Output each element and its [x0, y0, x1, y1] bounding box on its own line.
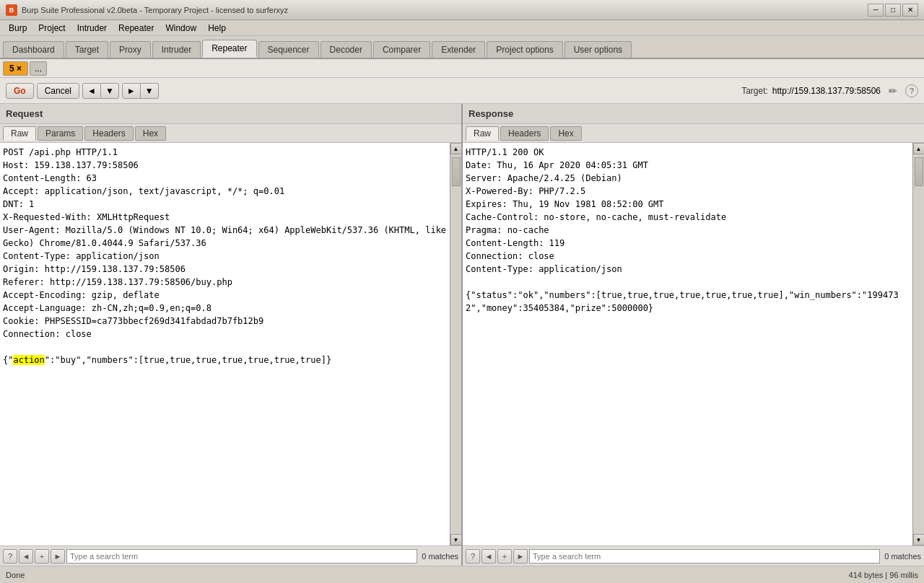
response-tabs: Raw Headers Hex: [463, 124, 924, 143]
request-tab-params[interactable]: Params: [38, 126, 83, 141]
window-controls: ─ □ ✕: [868, 4, 918, 17]
minimize-button[interactable]: ─: [868, 4, 884, 17]
response-search-matches: 0 matches: [884, 552, 921, 561]
maximize-button[interactable]: □: [885, 4, 901, 17]
response-tab-hex[interactable]: Hex: [550, 126, 581, 141]
target-url: http://159.138.137.79:58506: [772, 86, 881, 96]
status-text: Done: [6, 571, 25, 579]
help-target-button[interactable]: ?: [905, 84, 918, 97]
request-text: POST /api.php HTTP/1.1 Host: 159.138.137…: [3, 146, 447, 367]
response-content-area: HTTP/1.1 200 OK Date: Thu, 16 Apr 2020 0…: [463, 143, 924, 545]
nav-back-dropdown[interactable]: ▼: [101, 83, 119, 99]
close-button[interactable]: ✕: [902, 4, 918, 17]
nav-forward-button[interactable]: ►: [122, 83, 141, 99]
menu-help[interactable]: Help: [202, 22, 232, 35]
highlight-action: action: [13, 355, 44, 365]
request-content[interactable]: POST /api.php HTTP/1.1 Host: 159.138.137…: [0, 143, 450, 545]
request-header: Request: [0, 104, 461, 124]
response-search-prev[interactable]: ◄: [481, 549, 496, 564]
request-panel: Request Raw Params Headers Hex POST /api…: [0, 104, 463, 566]
tab-extender[interactable]: Extender: [432, 41, 485, 58]
request-tabs: Raw Params Headers Hex: [0, 124, 461, 143]
response-search-input[interactable]: [529, 549, 880, 564]
menu-intruder[interactable]: Intruder: [71, 22, 113, 35]
request-search-next[interactable]: +: [35, 549, 49, 564]
response-help-icon[interactable]: ?: [466, 549, 480, 564]
request-tab-headers[interactable]: Headers: [84, 126, 133, 141]
response-scroll-up[interactable]: ▲: [913, 143, 925, 154]
tab-repeater[interactable]: Repeater: [202, 40, 256, 58]
go-button[interactable]: Go: [6, 83, 34, 99]
response-search-toggle[interactable]: ►: [513, 549, 528, 564]
nav-forward-dropdown[interactable]: ▼: [141, 83, 159, 99]
response-scroll-thumb[interactable]: [915, 157, 923, 186]
response-search-bar: ? ◄ + ► 0 matches: [463, 545, 924, 566]
status-info: 414 bytes | 96 millis: [849, 571, 918, 579]
tab-project-options[interactable]: Project options: [487, 41, 562, 58]
response-search-next[interactable]: +: [497, 549, 512, 564]
request-search-input[interactable]: [66, 549, 417, 564]
response-panel: Response Raw Headers Hex HTTP/1.1 200 OK…: [463, 104, 924, 566]
tab-target[interactable]: Target: [66, 41, 108, 58]
cancel-button[interactable]: Cancel: [37, 83, 79, 99]
request-title: Request: [6, 108, 43, 119]
toolbar: Go Cancel ◄ ▼ ► ▼ Target: http://159.138…: [0, 78, 924, 104]
target-prefix: Target:: [741, 86, 768, 96]
response-scroll-track[interactable]: [914, 154, 924, 534]
request-search-matches: 0 matches: [422, 552, 458, 561]
edit-target-button[interactable]: ✏: [885, 83, 901, 99]
response-scroll-down[interactable]: ▼: [913, 534, 925, 545]
response-title: Response: [468, 108, 513, 119]
tab-user-options[interactable]: User options: [565, 41, 632, 58]
repeater-tab-5[interactable]: 5 ×: [3, 61, 28, 76]
response-tab-raw[interactable]: Raw: [466, 126, 499, 141]
request-tab-raw[interactable]: Raw: [3, 126, 36, 141]
nav-back-group: ◄ ▼: [82, 83, 119, 99]
tab-intruder[interactable]: Intruder: [152, 41, 201, 58]
response-text: HTTP/1.1 200 OK Date: Thu, 16 Apr 2020 0…: [466, 146, 910, 315]
tab-proxy[interactable]: Proxy: [110, 41, 151, 58]
title-bar: B Burp Suite Professional v2.0beta - Tem…: [0, 0, 924, 20]
request-content-area: POST /api.php HTTP/1.1 Host: 159.138.137…: [0, 143, 461, 545]
nav-back-button[interactable]: ◄: [82, 83, 101, 99]
app-icon: B: [6, 4, 17, 16]
request-help-icon[interactable]: ?: [3, 549, 17, 564]
request-search-toggle[interactable]: ►: [51, 549, 65, 564]
nav-tabs: Dashboard Target Proxy Intruder Repeater…: [0, 36, 924, 59]
repeater-tabs: 5 × ...: [0, 59, 924, 78]
status-bar: Done 414 bytes | 96 millis: [0, 566, 924, 583]
menu-burp[interactable]: Burp: [3, 22, 32, 35]
request-scroll-down[interactable]: ▼: [450, 534, 462, 545]
nav-forward-group: ► ▼: [122, 83, 159, 99]
menu-bar: Burp Project Intruder Repeater Window He…: [0, 20, 924, 36]
menu-window[interactable]: Window: [160, 22, 202, 35]
request-tab-hex[interactable]: Hex: [135, 126, 166, 141]
response-header: Response: [463, 104, 924, 124]
request-scroll-thumb[interactable]: [452, 157, 461, 186]
response-tab-headers[interactable]: Headers: [500, 126, 549, 141]
tab-comparer[interactable]: Comparer: [373, 41, 430, 58]
tab-decoder[interactable]: Decoder: [321, 41, 372, 58]
request-scroll-up[interactable]: ▲: [450, 143, 462, 154]
request-search-bar: ? ◄ + ► 0 matches: [0, 545, 461, 566]
request-search-prev[interactable]: ◄: [19, 549, 33, 564]
title-bar-left: B Burp Suite Professional v2.0beta - Tem…: [6, 4, 288, 16]
menu-project[interactable]: Project: [32, 22, 71, 35]
response-content[interactable]: HTTP/1.1 200 OK Date: Thu, 16 Apr 2020 0…: [463, 143, 912, 545]
target-info: Target: http://159.138.137.79:58506 ✏ ?: [741, 83, 918, 99]
title-text: Burp Suite Professional v2.0beta - Tempo…: [22, 6, 288, 14]
response-scrollbar[interactable]: ▲ ▼: [912, 143, 924, 545]
request-scroll-track[interactable]: [451, 154, 461, 534]
tab-dashboard[interactable]: Dashboard: [3, 41, 64, 58]
menu-repeater[interactable]: Repeater: [113, 22, 160, 35]
repeater-tab-more[interactable]: ...: [30, 61, 47, 76]
main-area: Request Raw Params Headers Hex POST /api…: [0, 104, 924, 566]
tab-sequencer[interactable]: Sequencer: [258, 41, 319, 58]
request-scrollbar[interactable]: ▲ ▼: [450, 143, 461, 545]
